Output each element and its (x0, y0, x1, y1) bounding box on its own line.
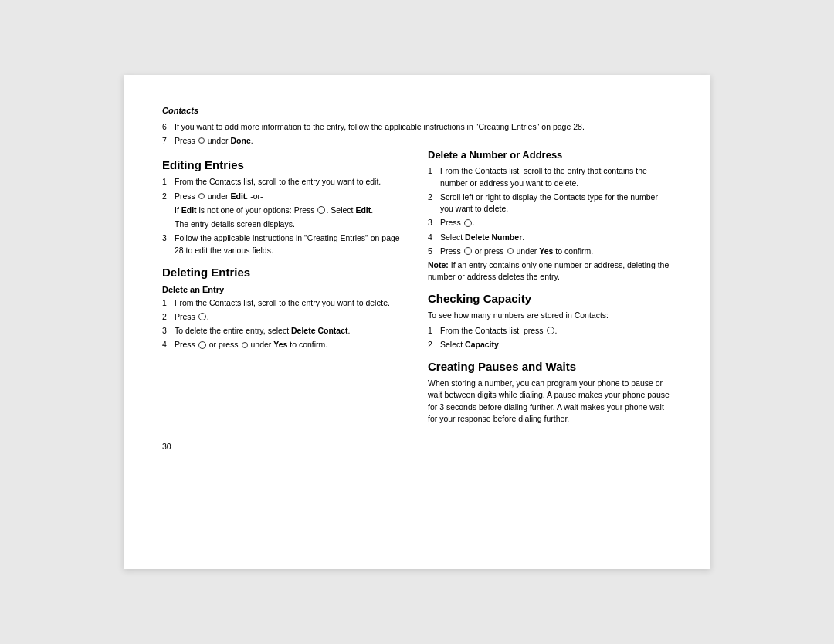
delete-an-entry-title: Delete an Entry (162, 285, 406, 294)
softkey-icon (198, 137, 205, 144)
editing-entries-steps: 1 From the Contacts list, scroll to the … (162, 176, 406, 256)
creating-pauses-text: When storing a number, you can program y… (428, 378, 672, 425)
left-column: Editing Entries 1 From the Contacts list… (162, 149, 406, 428)
menu-icon-del (198, 313, 206, 320)
edit-step-1: 1 From the Contacts list, scroll to the … (162, 176, 406, 188)
del-step-2: 2 Press . (162, 311, 406, 323)
menu-icon-cap (547, 327, 554, 334)
delete-note: Note: If an entry contains only one numb… (428, 259, 672, 283)
cap-step-2: 2 Select Capacity. (428, 339, 672, 351)
menu-icon (317, 206, 325, 214)
ok-icon-dnum (464, 247, 472, 255)
edit-step-display: The entry details screen displays. (162, 219, 406, 230)
right-column: Delete a Number or Address 1 From the Co… (428, 149, 672, 428)
edit-step-2: 2 Press under Edit. -or- (162, 191, 406, 202)
two-column-layout: Editing Entries 1 From the Contacts list… (162, 149, 672, 428)
edit-step-2-note: If Edit is not one of your options: Pres… (162, 205, 406, 216)
contacts-label: Contacts (162, 106, 672, 115)
dnum-step-1: 1 From the Contacts list, scroll to the … (428, 165, 672, 188)
dnum-step-5: 5 Press or press under Yes to confirm. (428, 246, 672, 257)
page-number: 30 (162, 442, 672, 451)
ok-icon (198, 341, 206, 349)
del-step-1: 1 From the Contacts list, scroll to the … (162, 297, 406, 309)
del-step-3: 3 To delete the entire entry, select Del… (162, 325, 406, 337)
cap-step-1: 1 From the Contacts list, press . (428, 325, 672, 337)
dnum-step-3: 3 Press . (428, 217, 672, 229)
softkey-icon-yes (242, 342, 248, 348)
softkey-icon-edit (198, 193, 205, 199)
checking-capacity-title: Checking Capacity (428, 292, 672, 305)
delete-number-steps: 1 From the Contacts list, scroll to the … (428, 165, 672, 257)
intro-step-6: 6 If you want to add more information to… (162, 121, 672, 133)
creating-pauses-title: Creating Pauses and Waits (428, 360, 672, 373)
dnum-step-2: 2 Scroll left or right to display the Co… (428, 192, 672, 215)
deleting-entries-title: Deleting Entries (162, 266, 406, 279)
del-step-4: 4 Press or press under Yes to confirm. (162, 339, 406, 351)
dnum-step-4: 4 Select Delete Number. (428, 232, 672, 243)
intro-steps: 6 If you want to add more information to… (162, 121, 672, 147)
edit-step-3: 3 Follow the applicable instructions in … (162, 232, 406, 256)
page-container: Contacts 6 If you want to add more infor… (124, 75, 710, 569)
editing-entries-title: Editing Entries (162, 158, 406, 171)
delete-entry-steps: 1 From the Contacts list, scroll to the … (162, 297, 406, 351)
delete-number-title: Delete a Number or Address (428, 149, 672, 161)
menu-icon-dnum (464, 219, 472, 227)
intro-step-7: 7 Press under Done. (162, 135, 672, 147)
checking-capacity-steps: 1 From the Contacts list, press . 2 Sele… (428, 325, 672, 351)
checking-capacity-intro: To see how many numbers are stored in Co… (428, 310, 672, 321)
softkey-yes-dnum (507, 248, 514, 254)
